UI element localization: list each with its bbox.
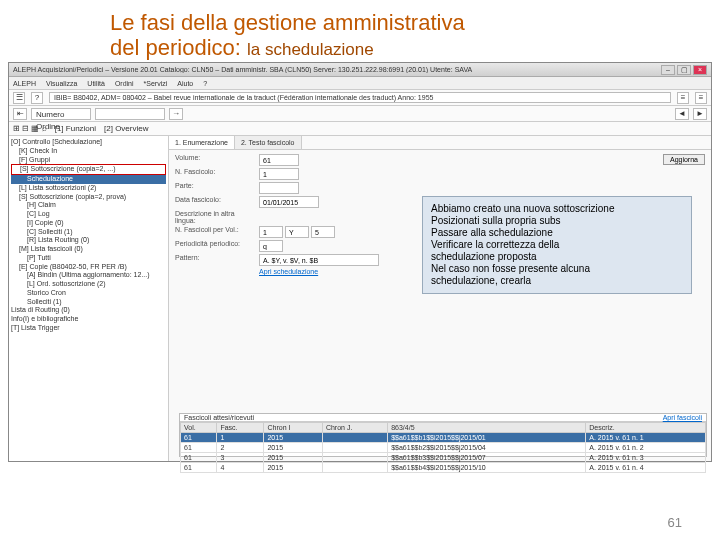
cell [322,453,387,463]
pattern-field[interactable] [259,254,379,266]
toolbar-btn-r2[interactable]: ≡ [695,92,707,104]
lbl-parte: Parte: [175,182,255,194]
minimize-button[interactable]: – [661,65,675,75]
tree-node[interactable]: [P] Tutti [11,254,166,263]
toolbar-icon[interactable]: ☰ [13,92,25,104]
col-header[interactable]: Fasc. [217,423,264,433]
maximize-button[interactable]: ▢ [677,65,691,75]
tree-node[interactable]: [L] Ord. sottoscrizione (2) [11,280,166,289]
mode-overview[interactable]: [2] Overview [104,124,148,133]
lbl-period: Periodicità periodico: [175,240,255,252]
cell: 4 [217,463,264,473]
tree-node[interactable]: [H] Claim [11,201,166,210]
toolbar-icon-2[interactable]: ? [31,92,43,104]
tab-testo[interactable]: 2. Testo fascicolo [235,136,302,149]
tree-node[interactable]: Info(I) e bibliografiche [11,315,166,324]
menu-services[interactable]: *Servizi [144,77,168,89]
datafasc-field[interactable] [259,196,319,208]
tree-node[interactable]: [O] Controllo [Schedulazione] [11,138,166,147]
tree-node[interactable]: [K] Check In [11,147,166,156]
tree-node[interactable]: [L] Lista sottoscrizioni (2) [11,184,166,193]
open-schedule-link[interactable]: Apri schedulazione [259,268,318,275]
menu-view[interactable]: Visualizza [46,77,77,89]
tree-node[interactable]: [F] Gruppi [11,156,166,165]
page-number: 61 [668,515,682,530]
tree-node[interactable]: [I] Copie (0) [11,219,166,228]
order-label: Numero Ordine [31,108,91,120]
cell: 1 [217,433,264,443]
fpv-3[interactable] [311,226,335,238]
callout-l4: Verificare la correttezza della [431,239,683,251]
cell: $$a61$$b4$$i2015$$j2015/10 [388,463,586,473]
record-bar: ☰ ? IBIB= B80402, ADM= 080402 – Babel re… [9,90,711,106]
fpv-2[interactable] [285,226,309,238]
cell: 2015 [264,453,322,463]
cell [322,443,387,453]
col-header[interactable]: Chron I [264,423,322,433]
cell: $$a61$$b2$$i2015$$j2015/04 [388,443,586,453]
issues-table[interactable]: Vol.Fasc.Chron IChron J.863/4/5Descriz.6… [180,422,706,473]
toolbar-btn-r1[interactable]: ≡ [677,92,689,104]
menu-q[interactable]: ? [203,77,207,89]
menu-util[interactable]: Utilità [87,77,105,89]
table-row[interactable]: 6132015$$a61$$b3$$i2015$$j2015/07A. 2015… [181,453,706,463]
tree-node[interactable]: [A] Bindin (Ultima aggiornamento: 12...) [11,271,166,280]
cell: 61 [181,443,217,453]
tree-node[interactable]: Schedulazione [11,175,166,184]
tree-node[interactable]: [S] Sottoscrizione (copia=2, prova) [11,193,166,202]
lbl-datafasc: Data fascicolo: [175,196,255,208]
menu-help[interactable]: Aiuto [177,77,193,89]
tree-node[interactable]: [S] Sottoscrizione (copia=2, ...) [11,164,166,175]
title-line2b: la schedulazione [247,40,374,59]
order-field[interactable] [95,108,165,120]
menubar: ALEPH Visualizza Utilità Ordini *Servizi… [9,77,711,90]
tree-node[interactable]: [C] Log [11,210,166,219]
record-info: IBIB= B80402, ADM= 080402 – Babel revue … [49,92,671,103]
issues-title: Fascicoli attesi/ricevuti [184,414,254,421]
nav-prev[interactable]: ◄ [675,108,689,120]
record-id: IBIB= B80402, ADM= 080402 – Babel revue … [49,92,671,103]
tree-node[interactable]: [R] Lista Routing (0) [11,236,166,245]
menu-aleph[interactable]: ALEPH [13,77,36,89]
nav-next[interactable]: ► [693,108,707,120]
tree-node[interactable]: [E] Copie (B80402-50, FR PER /B) [11,263,166,272]
tree-node[interactable]: [C] Solleciti (1) [11,228,166,237]
menu-orders[interactable]: Ordini [115,77,134,89]
callout-l1: Abbiamo creato una nuova sottoscrizione [431,203,683,215]
col-header[interactable]: Vol. [181,423,217,433]
tab-strip: 1. Enumerazione 2. Testo fascicolo [169,136,711,150]
period-field[interactable] [259,240,283,252]
table-row[interactable]: 6112015$$a61$$b1$$i2015$$j2015/01A. 2015… [181,433,706,443]
cell: A. 2015 v. 61 n. 1 [586,433,706,443]
issues-table-wrap: Fascicoli attesi/ricevuti Apri fascicoli… [179,413,707,457]
nav-tree[interactable]: [O] Controllo [Schedulazione][K] Check I… [9,136,169,461]
nav-go[interactable]: → [169,108,183,120]
tree-node[interactable]: [M] Lista fascicoli (0) [11,245,166,254]
tree-node[interactable]: Storico Cron [11,289,166,298]
cell: A. 2015 v. 61 n. 3 [586,453,706,463]
mode-funzioni[interactable]: [1] Funzioni [55,124,96,133]
callout-l5: schedulazione proposta [431,251,683,263]
titlebar: ALEPH Acquisizioni/Periodici – Versione … [9,63,711,77]
tree-node[interactable]: Lista di Routing (0) [11,306,166,315]
tree-node[interactable]: [T] Lista Trigger [11,324,166,333]
update-button[interactable]: Aggiorna [663,154,705,165]
col-header[interactable]: Chron J. [322,423,387,433]
nfasc-field[interactable] [259,168,299,180]
close-button[interactable]: × [693,65,707,75]
lbl-descr: Descrizione in altra lingua: [175,210,255,224]
volume-field[interactable] [259,154,299,166]
parte-field[interactable] [259,182,299,194]
nav-first[interactable]: ⇤ [13,108,27,120]
cell: 2015 [264,463,322,473]
tree-node[interactable]: Solleciti (1) [11,298,166,307]
tab-enum[interactable]: 1. Enumerazione [169,136,235,149]
col-header[interactable]: 863/4/5 [388,423,586,433]
slide-title: Le fasi della gestione amministrativa de… [0,0,720,61]
mode-bar: ⊞ ⊟ ▦ ⌕ [1] Funzioni [2] Overview [9,122,711,136]
table-row[interactable]: 6122015$$a61$$b2$$i2015$$j2015/04A. 2015… [181,443,706,453]
open-issues-btn[interactable]: Apri fascicoli [663,414,702,421]
fpv-1[interactable] [259,226,283,238]
table-row[interactable]: 6142015$$a61$$b4$$i2015$$j2015/10A. 2015… [181,463,706,473]
col-header[interactable]: Descriz. [586,423,706,433]
